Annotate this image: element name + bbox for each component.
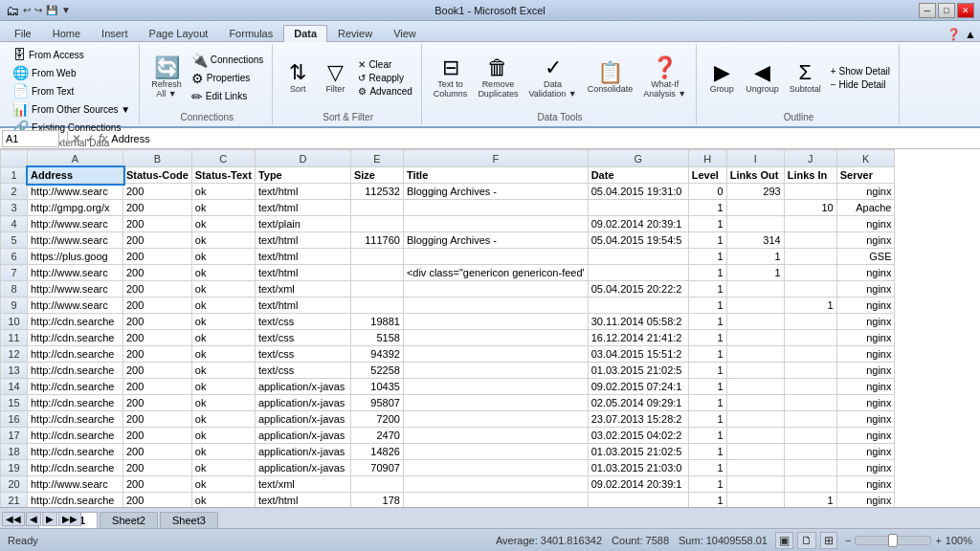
group-button[interactable]: ▶ Group (704, 60, 739, 96)
cell-14-6[interactable] (403, 379, 588, 395)
cell-1-11[interactable]: Server (836, 167, 895, 184)
tab-home[interactable]: Home (42, 25, 91, 42)
cell-18-2[interactable]: 200 (123, 444, 192, 460)
cell-4-4[interactable]: text/plain (255, 216, 350, 232)
text-to-columns-button[interactable]: ⊟ Text toColumns (430, 55, 472, 100)
cell-8-10[interactable] (784, 281, 836, 298)
what-if-button[interactable]: ❓ What-IfAnalysis ▼ (639, 55, 690, 100)
cell-17-11[interactable]: nginx (836, 428, 895, 444)
cell-14-9[interactable] (726, 379, 784, 395)
col-header-G[interactable]: G (588, 150, 688, 167)
page-layout-view-icon[interactable]: 🗋 (797, 532, 816, 549)
cell-18-5[interactable]: 14826 (350, 444, 403, 460)
cell-16-4[interactable]: application/x-javas (255, 411, 350, 428)
cell-16-2[interactable]: 200 (123, 411, 192, 428)
col-header-H[interactable]: H (688, 150, 726, 167)
cell-1-5[interactable]: Size (350, 167, 403, 184)
cell-14-2[interactable]: 200 (123, 379, 192, 395)
cell-6-7[interactable] (588, 249, 688, 265)
cell-12-8[interactable]: 1 (688, 346, 726, 363)
cell-2-3[interactable]: ok (191, 184, 255, 200)
cell-16-5[interactable]: 7200 (350, 411, 403, 428)
cell-9-11[interactable]: nginx (836, 298, 895, 314)
cell-17-6[interactable] (403, 428, 588, 444)
cell-11-6[interactable] (403, 330, 588, 346)
cell-3-10[interactable]: 10 (784, 200, 836, 216)
tab-view[interactable]: View (383, 25, 427, 42)
formula-cancel-icon[interactable]: ✕ (72, 132, 81, 145)
cell-7-3[interactable]: ok (191, 265, 255, 281)
cell-20-1[interactable]: http://www.searc (28, 476, 123, 493)
cell-1-6[interactable]: Title (403, 167, 588, 184)
cell-5-3[interactable]: ok (191, 232, 255, 249)
cell-2-5[interactable]: 112532 (350, 184, 403, 200)
ribbon-collapse-icon[interactable]: ▲ (965, 28, 976, 41)
cell-16-8[interactable]: 1 (688, 411, 726, 428)
formula-insert-function-icon[interactable]: fx (99, 132, 107, 145)
cell-12-11[interactable]: nginx (836, 346, 895, 363)
cell-15-5[interactable]: 95807 (350, 395, 403, 411)
name-box[interactable] (2, 130, 59, 147)
cell-8-5[interactable] (350, 281, 403, 298)
cell-19-8[interactable]: 1 (688, 460, 726, 476)
cell-1-4[interactable]: Type (255, 167, 350, 184)
cell-10-3[interactable]: ok (191, 314, 255, 330)
sheet-nav-prev[interactable]: ◀ (26, 512, 41, 526)
cell-12-2[interactable]: 200 (123, 346, 192, 363)
cell-11-2[interactable]: 200 (123, 330, 192, 346)
sheet-nav-next[interactable]: ▶ (42, 512, 57, 526)
cell-18-4[interactable]: application/x-javas (255, 444, 350, 460)
cell-13-1[interactable]: http://cdn.searche (28, 363, 123, 379)
cell-12-4[interactable]: text/css (255, 346, 350, 363)
cell-14-1[interactable]: http://cdn.searche (28, 379, 123, 395)
hide-detail-button[interactable]: − Hide Detail (828, 78, 893, 91)
cell-2-6[interactable]: Blogging Archives - (403, 184, 588, 200)
cell-6-2[interactable]: 200 (123, 249, 192, 265)
cell-15-2[interactable]: 200 (123, 395, 192, 411)
cell-5-9[interactable]: 314 (726, 232, 784, 249)
cell-21-7[interactable] (588, 493, 688, 508)
cell-10-11[interactable]: nginx (836, 314, 895, 330)
cell-18-7[interactable]: 01.03.2015 21:02:5 (588, 444, 688, 460)
tab-page-layout[interactable]: Page Layout (139, 25, 219, 42)
cell-10-10[interactable] (784, 314, 836, 330)
cell-21-5[interactable]: 178 (350, 493, 403, 508)
cell-7-8[interactable]: 1 (688, 265, 726, 281)
cell-3-2[interactable]: 200 (123, 200, 192, 216)
cell-21-11[interactable]: nginx (836, 493, 895, 508)
normal-view-icon[interactable]: ▣ (775, 532, 793, 549)
cell-13-10[interactable] (784, 363, 836, 379)
refresh-all-button[interactable]: 🔄 RefreshAll ▼ (147, 55, 186, 100)
col-header-C[interactable]: C (191, 150, 255, 167)
cell-7-2[interactable]: 200 (123, 265, 192, 281)
col-header-I[interactable]: I (726, 150, 784, 167)
formula-confirm-icon[interactable]: ✓ (85, 132, 95, 145)
cell-15-4[interactable]: application/x-javas (255, 395, 350, 411)
cell-20-5[interactable] (350, 476, 403, 493)
col-header-A[interactable]: A (28, 150, 123, 167)
cell-17-2[interactable]: 200 (123, 428, 192, 444)
cell-11-4[interactable]: text/css (255, 330, 350, 346)
cell-11-10[interactable] (784, 330, 836, 346)
cell-17-7[interactable]: 03.02.2015 04:02:2 (588, 428, 688, 444)
cell-2-1[interactable]: http://www.searc (28, 184, 123, 200)
from-access-button[interactable]: 🗄 From Access (10, 46, 133, 63)
col-header-D[interactable]: D (255, 150, 350, 167)
col-header-B[interactable]: B (123, 150, 192, 167)
cell-6-10[interactable] (784, 249, 836, 265)
cell-12-7[interactable]: 03.04.2015 15:51:2 (588, 346, 688, 363)
cell-13-3[interactable]: ok (191, 363, 255, 379)
cell-20-9[interactable] (726, 476, 784, 493)
cell-18-10[interactable] (784, 444, 836, 460)
cell-6-8[interactable]: 1 (688, 249, 726, 265)
cell-12-1[interactable]: http://cdn.searche (28, 346, 123, 363)
cell-16-1[interactable]: http://cdn.searche (28, 411, 123, 428)
cell-11-8[interactable]: 1 (688, 330, 726, 346)
restore-button[interactable]: □ (938, 3, 955, 18)
cell-13-11[interactable]: nginx (836, 363, 895, 379)
cell-15-1[interactable]: http://cdn.searche (28, 395, 123, 411)
cell-12-5[interactable]: 94392 (350, 346, 403, 363)
cell-5-2[interactable]: 200 (123, 232, 192, 249)
cell-9-10[interactable]: 1 (784, 298, 836, 314)
cell-7-6[interactable]: <div class="genericon genericon-feed' (403, 265, 588, 281)
